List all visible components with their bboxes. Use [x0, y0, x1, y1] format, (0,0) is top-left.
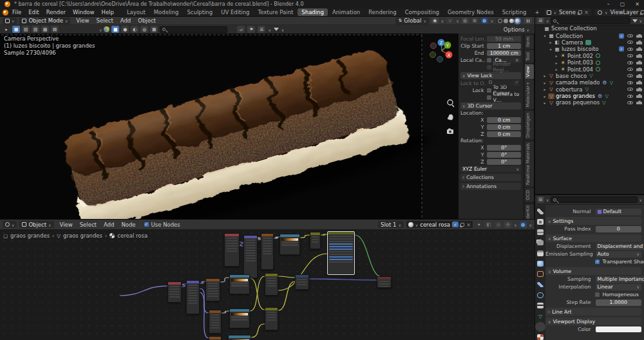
material-properties-tab[interactable] [537, 324, 544, 330]
tool-properties-tab[interactable] [537, 209, 544, 214]
workspace-tab-sculpting[interactable]: Sculpting [183, 8, 216, 16]
output-properties-tab[interactable] [537, 229, 544, 235]
node-canvas[interactable]: ▢graos grandes▽graos grandescereal rosa [0, 229, 535, 340]
physics-properties-tab[interactable] [537, 292, 544, 298]
shading-option-5[interactable]: ▦ [150, 26, 158, 33]
hide-viewport-icon[interactable] [627, 81, 633, 84]
workspace-tab-geometry-nodes[interactable]: Geometry Nodes [444, 8, 498, 16]
breadcrumb-item[interactable]: cereal rosa [117, 232, 147, 239]
workspace-tab-scripting[interactable]: Scripting [498, 8, 531, 16]
shader-proportional-icon[interactable]: ◎ [495, 222, 502, 228]
shader-type-selector[interactable]: Object [19, 221, 53, 228]
viewport-canvas[interactable]: Camera Perspective (1) luzes biscoito | … [0, 33, 535, 219]
disable-render-icon[interactable] [636, 47, 642, 51]
parent-nodes-icon[interactable]: ◧ [485, 222, 492, 228]
workspace-tab-uv-editing[interactable]: UV Editing [217, 8, 253, 16]
axis-value-field[interactable]: 0 cm [487, 124, 521, 130]
scene-properties-tab[interactable] [537, 250, 544, 256]
disable-render-icon[interactable] [636, 54, 642, 58]
workspace-tab-animation[interactable]: Animation [328, 8, 364, 16]
exclude-checkbox[interactable]: ✓ [619, 33, 624, 39]
eyedropper-icon[interactable] [514, 80, 519, 86]
outliner-item[interactable]: ▸▽base choco▽ [535, 73, 644, 79]
workspace-tab--[interactable]: + [531, 8, 543, 16]
zoom-icon[interactable] [448, 100, 454, 107]
disclosure-icon[interactable]: ▾ [542, 33, 547, 38]
menu-window[interactable]: Window [70, 8, 98, 16]
disable-render-icon[interactable] [636, 41, 642, 44]
shading-option-4[interactable]: ◍ [140, 26, 148, 33]
emission-sampling-dropdown[interactable]: Auto [596, 251, 642, 258]
normal-dropdown[interactable]: Default [596, 209, 642, 215]
exclude-checkbox[interactable]: ✓ [619, 46, 624, 52]
tool-search-input[interactable] [160, 26, 227, 33]
axis-value-field[interactable]: 0° [487, 152, 521, 158]
hide-viewport-icon[interactable] [627, 95, 633, 98]
shader-node[interactable] [228, 335, 251, 340]
lock-object-field[interactable] [487, 80, 521, 86]
blender-menu-icon[interactable] [3, 10, 8, 15]
displacement-dropdown[interactable]: Displacement and Bump [596, 243, 644, 250]
outliner-search-input[interactable] [551, 17, 630, 24]
filter-icon[interactable] [274, 28, 279, 31]
outliner-item[interactable]: ▸▽camada melado⚙▽ [535, 79, 644, 86]
shading-option-1[interactable]: ■ [111, 26, 119, 33]
shader-menu-add[interactable]: Add [100, 221, 117, 229]
axis-value-field[interactable]: 0° [487, 145, 521, 151]
camera-view-icon[interactable] [447, 128, 453, 134]
local-camera-checkbox[interactable] [487, 58, 491, 62]
to-3d-cursor-checkbox[interactable] [487, 88, 491, 93]
disable-render-icon[interactable] [636, 34, 642, 38]
collections-panel-header[interactable]: Collections [460, 174, 521, 181]
sidebar-tab-tool[interactable]: Tool [525, 50, 534, 63]
homogeneous-checkbox[interactable] [595, 292, 600, 297]
shader-menu-view[interactable]: View [57, 221, 76, 229]
shader-node[interactable] [186, 280, 200, 314]
breadcrumb-item[interactable]: graos grandes [63, 232, 102, 239]
line-art-panel-header[interactable]: Line Art [545, 308, 641, 316]
disable-render-icon[interactable] [636, 61, 642, 64]
volume-panel-header[interactable]: Volume [545, 267, 641, 275]
render-properties-tab[interactable] [537, 219, 544, 225]
annotations-panel-header[interactable]: Annotations [460, 183, 521, 190]
list-icon[interactable]: ☰ [258, 26, 265, 33]
workspace-tab-texture-paint[interactable]: Texture Paint [254, 8, 298, 16]
texture-properties-tab[interactable] [537, 334, 544, 340]
material-slot-selector[interactable]: Slot 1 [378, 221, 404, 228]
camera-to-view-checkbox[interactable] [487, 95, 491, 100]
cursor-panel-header[interactable]: 3D Cursor [460, 102, 521, 109]
gizmo-z-axis[interactable]: Z [440, 41, 443, 46]
hide-viewport-icon[interactable] [627, 68, 633, 71]
solid-shading-icon[interactable] [504, 19, 508, 23]
pass-index-field[interactable]: 0 [596, 226, 642, 232]
unlink-scene-icon[interactable]: × [584, 9, 589, 15]
editor-type-button[interactable] [3, 17, 17, 24]
sidebar-tab-view[interactable]: View [525, 64, 534, 79]
mode-selector[interactable]: Object Mode [19, 17, 70, 24]
gizmo-negx[interactable] [431, 43, 437, 49]
use-nodes-checkbox[interactable] [144, 222, 149, 227]
viewport-menu-add[interactable]: Add [117, 17, 134, 24]
hide-viewport-icon[interactable] [627, 61, 633, 64]
surface-panel-header[interactable]: Surface [545, 234, 641, 242]
sampling-dropdown[interactable]: Multiple Importance [596, 276, 644, 283]
disclosure-icon[interactable]: ▸ [542, 73, 547, 78]
minimize-button[interactable]: – [607, 1, 610, 7]
cursor-tool-icon[interactable]: ▸ [3, 26, 10, 33]
world-properties-tab[interactable] [537, 261, 544, 267]
shader-node[interactable] [261, 233, 274, 270]
outliner-item[interactable]: ▾▦luzes biscoito✓ [535, 46, 644, 52]
step-rate-field[interactable]: 1.0000 [596, 299, 642, 306]
pan-hand-icon[interactable] [448, 114, 453, 120]
overlays-icon[interactable]: ◍ [481, 17, 488, 24]
disclosure-icon[interactable]: ▸ [542, 100, 547, 105]
axis-value-field[interactable]: 0 cm [487, 131, 521, 137]
focal-length-field[interactable]: 50 mm [487, 36, 521, 42]
gizmo-negy[interactable] [430, 52, 436, 58]
sidebar-tab-blenderkit[interactable]: BlenderKit [525, 203, 534, 219]
outliner-item[interactable]: ▸▽graos pequenos▽ [535, 99, 644, 106]
disclosure-icon[interactable]: ▸ [542, 94, 547, 99]
maximize-button[interactable]: ▢ [620, 1, 625, 7]
disable-render-icon[interactable] [636, 80, 642, 84]
new-viewlayer-icon[interactable] [641, 10, 644, 14]
